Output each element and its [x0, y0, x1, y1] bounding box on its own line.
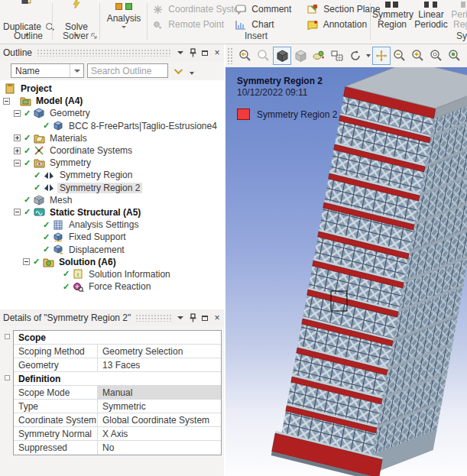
- tree-item-part[interactable]: ✓ BCC 8-FreeParts|Taglio-Estrusione4: [0, 120, 224, 132]
- linear-periodic-button[interactable]: Linear Periodic: [413, 0, 449, 30]
- zoom-fit-icon[interactable]: [446, 47, 464, 65]
- rotate-icon[interactable]: [346, 47, 365, 65]
- outline-menu-icon[interactable]: [175, 47, 186, 58]
- expander-minus-icon[interactable]: [14, 209, 24, 215]
- outline-pin-icon[interactable]: [187, 47, 198, 58]
- symmetry-region-icon: [44, 170, 57, 180]
- outline-close-icon[interactable]: ×: [212, 47, 222, 58]
- analysis-dropdown-arrow[interactable]: [122, 26, 126, 28]
- selection-window-icon[interactable]: [328, 47, 346, 65]
- graphics-toolbar: [225, 44, 467, 67]
- tree-item-fixed-support[interactable]: ✓ Fixed Support: [0, 231, 224, 243]
- check-icon: ✓: [24, 158, 34, 168]
- comment-icon: [235, 5, 246, 15]
- details-pin-icon[interactable]: [187, 312, 198, 323]
- scope-section-gutter-box[interactable]: [5, 334, 10, 339]
- expander-minus-icon[interactable]: [14, 160, 24, 167]
- insert-group-label: Insert: [245, 31, 268, 41]
- check-icon: ✓: [24, 133, 34, 143]
- details-pane-title: Details of "Symmetry Region 2": [3, 312, 135, 323]
- details-row-coordinate-system: Coordinate System Global Coordinate Syst…: [14, 413, 221, 427]
- solver-dialog-launcher-icon[interactable]: [91, 33, 97, 39]
- pan-icon[interactable]: [372, 47, 391, 65]
- tree-item-static-structural[interactable]: ✓ Static Structural (A5): [0, 206, 224, 219]
- outline-tree: Project Model (A4) ✓ Geometry ✓ BCC 8-Fr…: [0, 80, 224, 309]
- show-vertices-icon[interactable]: [310, 47, 328, 65]
- wireframe-mode-icon[interactable]: [291, 47, 310, 65]
- check-icon: ✓: [43, 220, 53, 230]
- check-icon: ✓: [43, 121, 53, 131]
- coordinate-system-button[interactable]: Coordinate System: [153, 2, 246, 16]
- outline-maximize-icon[interactable]: [199, 47, 210, 58]
- details-maximize-icon[interactable]: [199, 312, 210, 323]
- tree-item-symmetry[interactable]: ✓ Symmetry: [0, 157, 224, 169]
- search-expand-chevron-icon[interactable]: [174, 65, 183, 73]
- solve-icon: [71, 0, 82, 8]
- chart-icon: [235, 20, 246, 30]
- toolbar-grip-handle[interactable]: [227, 47, 233, 64]
- details-row-scoping-method: Scoping Method Geometry Selection: [14, 345, 221, 358]
- definition-section-gutter-box[interactable]: [5, 375, 10, 380]
- model-viewport[interactable]: Symmetry Region 2 10/12/2022 09:11 Symme…: [225, 67, 467, 476]
- zoom-back-icon[interactable]: [236, 47, 255, 65]
- ribbon: Duplicate Outline Solve Solver Analysis …: [0, 0, 467, 44]
- solution-information-icon: i: [73, 269, 86, 279]
- details-pane: Details of "Symmetry Region 2" × Scope S…: [0, 309, 224, 326]
- tree-item-solution[interactable]: ✓ Solution (A6): [0, 256, 224, 268]
- tree-item-model[interactable]: Model (A4): [0, 95, 224, 107]
- tree-item-symmetry-region[interactable]: ✓ Symmetry Region: [0, 169, 224, 181]
- details-row-type: Type Symmetric: [14, 400, 221, 413]
- tree-item-force-reaction[interactable]: ✓ Force Reaction: [0, 280, 224, 293]
- tree-item-displacement[interactable]: ✓ Displacement: [0, 243, 224, 255]
- check-icon: ✓: [24, 207, 34, 217]
- tree-item-mesh[interactable]: ✓ Mesh: [0, 194, 224, 206]
- tree-item-project[interactable]: Project: [0, 83, 224, 95]
- zoom-in-icon[interactable]: [409, 47, 427, 65]
- tree-item-symmetry-region-2[interactable]: ✓ Symmetry Region 2: [0, 182, 224, 194]
- zoom-forward-icon[interactable]: [255, 47, 273, 65]
- rotate-dropdown-icon[interactable]: [366, 54, 371, 57]
- periodic-region-button[interactable]: Periodic Region: [450, 0, 467, 30]
- details-close-icon[interactable]: ×: [212, 312, 222, 323]
- project-icon: [5, 83, 18, 94]
- symmetry-folder-icon: [34, 157, 47, 168]
- expander-minus-icon[interactable]: [3, 98, 13, 105]
- search-icon[interactable]: [46, 23, 54, 31]
- name-filter-dropdown-icon: [70, 64, 80, 77]
- shaded-exterior-icon[interactable]: [273, 47, 291, 65]
- expander-plus-icon[interactable]: [14, 134, 24, 141]
- section-plane-icon: [307, 5, 318, 15]
- zoom-out-icon[interactable]: [391, 47, 409, 65]
- check-icon: ✓: [33, 257, 43, 267]
- tree-item-solution-information[interactable]: ✓ i Solution Information: [0, 268, 224, 280]
- analysis-button[interactable]: Analysis: [102, 0, 145, 28]
- details-section-definition: Definition: [14, 372, 221, 386]
- coordinate-system-icon: [153, 5, 163, 15]
- viewport-annotation-timestamp: 10/12/2022 09:11: [237, 87, 308, 98]
- symmetry-group-label: Sy: [456, 31, 467, 41]
- tree-item-coordinate-systems[interactable]: ✓ Coordinate Systems: [0, 144, 224, 157]
- tree-item-materials[interactable]: ✓ Materials: [0, 132, 224, 144]
- expander-minus-icon[interactable]: [14, 110, 24, 117]
- tree-item-analysis-settings[interactable]: ✓ Analysis Settings: [0, 219, 224, 231]
- zoom-box-icon[interactable]: [427, 47, 446, 65]
- symmetry-region-button[interactable]: Symmetry Region: [372, 0, 412, 30]
- annotation-button[interactable]: Annotation: [307, 18, 367, 31]
- outline-toolbar: Name: [0, 61, 224, 80]
- analysis-icon: [102, 2, 145, 12]
- comment-button[interactable]: Comment: [235, 2, 291, 16]
- outline-toolbar-more-icon[interactable]: [190, 72, 194, 75]
- remote-point-button[interactable]: Remote Point: [153, 18, 224, 31]
- chart-button[interactable]: Chart: [235, 18, 274, 31]
- check-icon: ✓: [34, 170, 44, 180]
- lattice-tower-model: [225, 67, 467, 476]
- search-outline-input[interactable]: [87, 63, 168, 78]
- expander-plus-icon[interactable]: [14, 147, 24, 154]
- solver-group-label: Solver: [63, 31, 97, 41]
- force-reaction-icon: [73, 282, 86, 292]
- outline-pane-title: Outline: [3, 47, 37, 58]
- expander-minus-icon[interactable]: [23, 258, 33, 265]
- tree-item-geometry[interactable]: ✓ Geometry: [0, 107, 224, 119]
- name-filter-select[interactable]: Name: [11, 63, 84, 78]
- details-menu-icon[interactable]: [175, 312, 186, 323]
